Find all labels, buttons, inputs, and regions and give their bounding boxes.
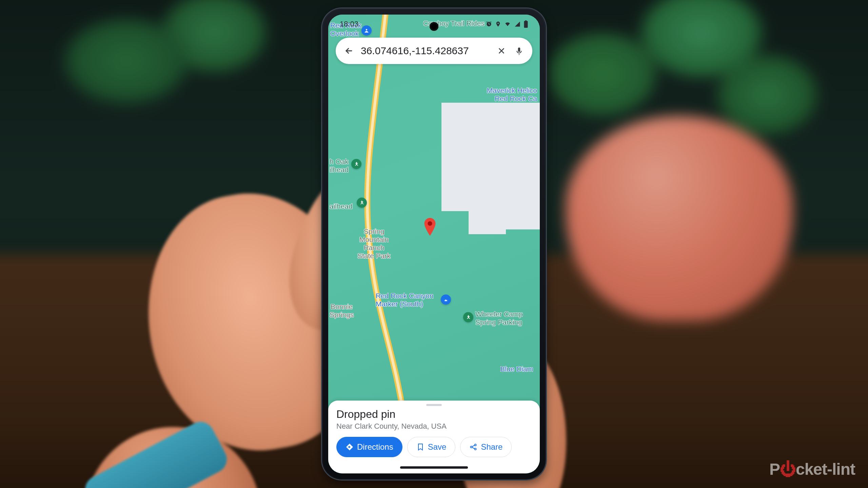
map-block <box>502 204 540 229</box>
svg-point-0 <box>366 29 368 31</box>
share-button[interactable]: Share <box>460 437 512 457</box>
map-label-ailhead: ailhead <box>330 202 353 210</box>
poi-marker-wheeler[interactable] <box>463 312 473 322</box>
watermark-rest: cket-lint <box>796 460 855 478</box>
search-bar <box>336 38 532 64</box>
map-label-maverick: Maverick Helico Red Rock Ca <box>487 86 537 103</box>
mic-icon <box>515 46 524 56</box>
action-chip-row: Directions Save Share <box>336 437 532 457</box>
brand-watermark: P⏻cket-lint <box>769 460 855 479</box>
poi-marker-red-rock[interactable] <box>441 294 451 305</box>
card-drag-handle[interactable] <box>426 404 442 406</box>
map-label-red-rock-marker: Red Rock Canyon Marker (South) <box>376 292 433 308</box>
directions-icon <box>346 443 354 451</box>
search-input[interactable] <box>360 45 490 57</box>
save-label: Save <box>428 442 447 452</box>
close-icon <box>497 46 506 55</box>
map-block <box>469 210 506 234</box>
camera-hole <box>430 22 438 31</box>
share-icon <box>469 443 477 451</box>
arrow-left-icon <box>344 46 354 56</box>
phone-frame: 18:03 Re <box>322 8 546 480</box>
nav-home-indicator[interactable] <box>400 466 468 469</box>
back-button[interactable] <box>342 44 355 58</box>
map-block <box>441 103 540 211</box>
map-label-overlook: Red Rock Overlook <box>330 21 361 38</box>
directions-button[interactable]: Directions <box>336 437 402 457</box>
clear-search-button[interactable] <box>495 44 508 58</box>
place-title: Dropped pin <box>336 408 532 421</box>
svg-point-1 <box>428 221 432 226</box>
save-button[interactable]: Save <box>407 437 456 457</box>
voice-search-button[interactable] <box>513 44 526 58</box>
phone-screen: 18:03 Re <box>328 15 540 473</box>
place-subtitle: Near Clark County, Nevada, USA <box>336 422 532 431</box>
bookmark-icon <box>416 443 425 451</box>
poi-marker-overlook[interactable] <box>361 25 372 36</box>
power-icon: ⏻ <box>780 460 796 478</box>
directions-label: Directions <box>357 442 393 452</box>
poi-marker-ailhead[interactable] <box>357 198 367 208</box>
dropped-pin[interactable] <box>423 218 437 237</box>
map-label-bonnie: Bonnie Springs <box>330 303 354 319</box>
poi-marker-oak[interactable] <box>351 159 361 169</box>
map-label-oak: h Oak ilhead <box>330 158 349 174</box>
map-label-spring-mountain: Spring Mountain Ranch State Park <box>357 227 391 260</box>
map-label-blue-diam: Blue Diam <box>500 365 533 373</box>
place-card[interactable]: Dropped pin Near Clark County, Nevada, U… <box>328 401 540 473</box>
watermark-p: P <box>769 460 780 478</box>
share-label: Share <box>481 442 502 452</box>
map-label-wheeler: Wheeler Camp Spring Parking <box>475 310 523 326</box>
